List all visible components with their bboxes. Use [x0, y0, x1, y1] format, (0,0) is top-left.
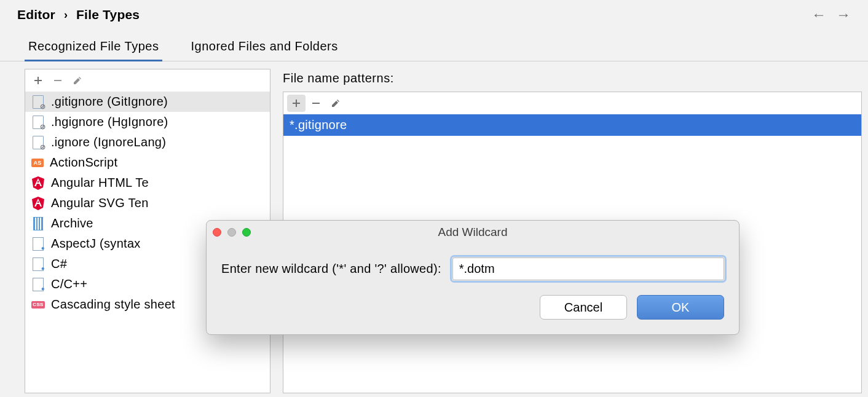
list-item[interactable]: Angular HTML Te [25, 173, 270, 193]
breadcrumb-current: File Types [76, 7, 140, 22]
list-item[interactable]: .gitignore (GitIgnore) [25, 92, 270, 112]
pattern-item[interactable]: *.gitignore [283, 114, 861, 136]
pencil-icon [331, 98, 341, 108]
wildcard-input[interactable] [452, 257, 724, 280]
file-icon [31, 278, 45, 291]
remove-pattern-button[interactable] [307, 95, 325, 112]
patterns-toolbar [283, 92, 861, 114]
list-item-label: C/C++ [51, 277, 87, 291]
breadcrumb: Editor › File Types [17, 7, 140, 22]
list-item-label: Angular HTML Te [51, 176, 149, 190]
list-item-label: ActionScript [50, 155, 117, 170]
pencil-icon [73, 76, 82, 85]
file-types-toolbar [25, 69, 270, 92]
tab-ignored-files-folders[interactable]: Ignored Files and Folders [187, 33, 341, 61]
file-icon [31, 116, 45, 129]
forward-arrow-icon[interactable]: → [836, 6, 851, 23]
actionscript-icon: AS [31, 159, 44, 167]
patterns-label: File name patterns: [283, 69, 862, 92]
list-item-label: AspectJ (syntax [51, 237, 141, 251]
minus-icon [311, 98, 321, 108]
tab-recognized-file-types[interactable]: Recognized File Types [25, 33, 162, 61]
chevron-right-icon: › [64, 9, 68, 22]
plus-icon [291, 98, 301, 108]
add-wildcard-dialog: Add Wildcard Enter new wildcard ('*' and… [206, 220, 740, 335]
ok-button[interactable]: OK [637, 295, 724, 320]
list-item-label: Cascading style sheet [51, 297, 175, 312]
svg-rect-1 [312, 103, 320, 104]
list-item-label: .hgignore (HgIgnore) [51, 115, 168, 129]
add-button[interactable] [29, 72, 47, 89]
angular-icon [31, 197, 45, 210]
list-item[interactable]: .ignore (IgnoreLang) [25, 132, 270, 152]
svg-rect-0 [54, 80, 61, 81]
list-item-label: .gitignore (GitIgnore) [51, 95, 168, 109]
edit-pattern-button[interactable] [326, 95, 345, 112]
list-item-label: C# [51, 257, 67, 271]
file-icon [31, 237, 45, 251]
wildcard-prompt-label: Enter new wildcard ('*' and '?' allowed)… [221, 262, 441, 276]
remove-button[interactable] [49, 72, 67, 89]
dialog-title: Add Wildcard [207, 226, 739, 239]
plus-icon [33, 76, 43, 85]
list-item[interactable]: AS ActionScript [25, 152, 270, 173]
breadcrumb-parent[interactable]: Editor [17, 7, 55, 22]
back-arrow-icon[interactable]: ← [811, 6, 826, 23]
file-icon [31, 136, 45, 149]
list-item[interactable]: .hgignore (HgIgnore) [25, 112, 270, 132]
list-item-label: Angular SVG Ten [51, 196, 149, 210]
archive-icon [31, 217, 45, 230]
angular-icon [31, 176, 45, 190]
file-icon [31, 95, 45, 109]
list-item[interactable]: Angular SVG Ten [25, 193, 270, 213]
css-icon: CSS [31, 301, 45, 309]
patterns-list: *.gitignore [283, 114, 861, 136]
cancel-button[interactable]: Cancel [540, 295, 627, 320]
edit-button[interactable] [68, 72, 87, 89]
list-item-label: Archive [51, 216, 93, 230]
list-item-label: .ignore (IgnoreLang) [51, 135, 166, 149]
add-pattern-button[interactable] [287, 95, 306, 112]
minus-icon [53, 76, 63, 85]
file-icon [31, 257, 45, 271]
